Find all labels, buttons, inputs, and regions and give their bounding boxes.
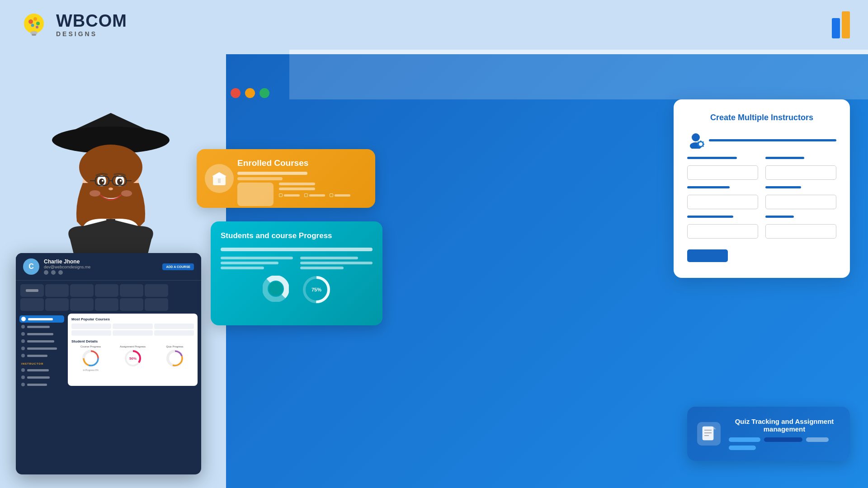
svg-point-20 (102, 180, 104, 182)
inst-input-6[interactable] (765, 224, 836, 239)
dot-red (231, 88, 241, 98)
svg-point-38 (692, 133, 700, 141)
quiz-card: Quiz Tracking and Assignment management (687, 407, 850, 461)
svg-point-7 (31, 24, 34, 27)
svg-point-35 (269, 282, 283, 296)
instructor-avatar-icon (687, 131, 704, 149)
quiz-icon (697, 422, 721, 446)
enrolled-courses-card: Enrolled Courses (197, 149, 375, 208)
inst-avatar-row (687, 131, 836, 149)
graduation-character (25, 86, 197, 258)
logo-text-block: WBCOM DESIGNS (56, 12, 127, 38)
inst-input-5[interactable] (687, 224, 758, 239)
dash-username: Charlie Jhone (44, 258, 158, 265)
header: WBCOM DESIGNS (0, 0, 868, 50)
quiz-title: Quiz Tracking and Assignment management (729, 418, 840, 433)
dot-yellow (245, 88, 255, 98)
inst-submit-btn[interactable] (687, 249, 728, 262)
dash-add-btn[interactable]: ADD A COURSE (162, 263, 194, 270)
dash-main-content: Most Popular Courses Student Details Cou… (68, 314, 198, 386)
quiz-progress-chart (165, 349, 184, 368)
dash-email: dev@webcomdesigns.me (44, 265, 158, 269)
dash-avatar: C (23, 258, 39, 275)
course-line2 (279, 188, 315, 190)
svg-rect-3 (32, 34, 36, 36)
logo-designs: DESIGNS (56, 30, 127, 38)
header-chart (832, 11, 850, 38)
logo-wbcom: WBCOM (56, 12, 127, 29)
student-details-title: Student Details (71, 339, 194, 343)
course-line1 (279, 183, 315, 185)
svg-text:50%: 50% (129, 357, 136, 361)
svg-point-18 (99, 178, 104, 185)
dash-header: C Charlie Jhone dev@webcomdesigns.me ADD… (16, 253, 201, 281)
inst-input-1[interactable] (687, 165, 758, 180)
svg-point-41 (699, 142, 703, 146)
progress-bar-main (221, 248, 373, 251)
enrolled-line1 (237, 172, 307, 175)
svg-point-4 (28, 19, 33, 24)
enrolled-line2 (237, 177, 283, 180)
pie-chart (263, 276, 289, 302)
dot-green (259, 88, 269, 98)
svg-point-5 (33, 17, 37, 21)
assignment-progress-chart: 50% (123, 349, 142, 368)
instructors-card: Create Multiple Instructors (674, 99, 850, 278)
quiz-bars (729, 437, 840, 450)
inst-input-4[interactable] (765, 195, 836, 209)
logo-icon (18, 9, 50, 41)
progress-card: Students and course Progress 75% (211, 221, 382, 325)
enrolled-icon (205, 164, 234, 193)
inst-progress-bar (709, 139, 836, 141)
quiz-content: Quiz Tracking and Assignment management (729, 418, 840, 450)
instructor-label: INSTRUCTOR (19, 361, 64, 367)
window-dots (231, 88, 269, 98)
svg-point-8 (36, 26, 38, 28)
svg-point-29 (121, 190, 132, 197)
logo-area: WBCOM DESIGNS (18, 9, 127, 41)
svg-point-6 (36, 22, 40, 25)
inst-form (687, 157, 836, 262)
popular-courses-title: Most Popular Courses (71, 317, 194, 321)
enrolled-title: Enrolled Courses (237, 158, 366, 168)
bar2-icon (842, 11, 850, 38)
dashboard-panel: C Charlie Jhone dev@webcomdesigns.me ADD… (16, 253, 201, 474)
dash-user-info: Charlie Jhone dev@webcomdesigns.me (44, 258, 158, 275)
svg-point-28 (90, 190, 100, 197)
svg-point-0 (24, 14, 44, 33)
svg-rect-32 (218, 178, 221, 183)
svg-point-19 (117, 178, 123, 185)
svg-point-21 (120, 180, 122, 182)
inst-input-3[interactable] (687, 195, 758, 209)
svg-rect-2 (31, 32, 37, 34)
svg-point-27 (108, 188, 113, 190)
progress-title: Students and course Progress (221, 231, 373, 240)
course-thumbnail (237, 183, 274, 206)
dash-sidebar-nav: INSTRUCTOR (16, 314, 68, 389)
progress-charts: 75% (221, 276, 373, 304)
inst-input-2[interactable] (765, 165, 836, 180)
bar1-icon (832, 18, 840, 38)
instructors-title: Create Multiple Instructors (687, 113, 836, 122)
course-progress-chart (81, 349, 100, 368)
progress-rows (221, 257, 373, 269)
